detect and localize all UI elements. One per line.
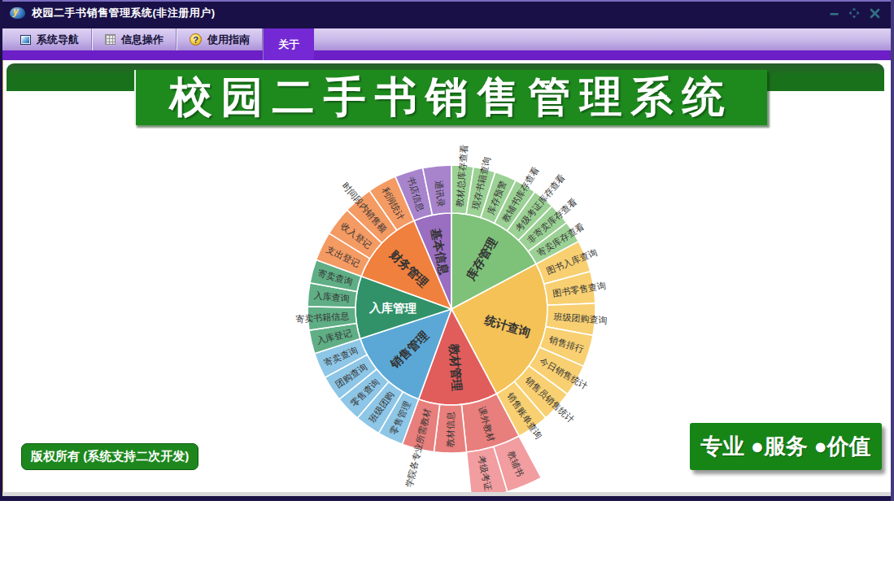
minimize-button[interactable]: [827, 7, 840, 20]
tab-information-operations[interactable]: 信息操作: [92, 28, 177, 50]
tab-user-guide[interactable]: ? 使用指南: [177, 28, 263, 50]
restore-button[interactable]: [848, 7, 861, 20]
banner-title-box: 校园二手书销售管理系统: [134, 70, 767, 125]
slogan-badge: 专业 ●服务 ●价值: [690, 423, 882, 470]
main-content: 校园二手书销售管理系统 书店信息通讯录基本信息教材总库存查看现存书籍查询库存预警…: [2, 60, 891, 492]
minimize-icon: [829, 8, 839, 19]
tab-label: 使用指南: [207, 33, 250, 47]
tab-label: 信息操作: [121, 33, 164, 47]
page-title: 校园二手书销售管理系统: [170, 69, 734, 126]
window-bottom-frame: [2, 492, 891, 501]
window-title: 校园二手书销售管理系统(非注册用户): [32, 6, 216, 20]
window-controls: [827, 7, 881, 20]
close-button[interactable]: [868, 7, 881, 20]
copyright-badge: 版权所有 (系统支持二次开发): [21, 443, 198, 470]
app-logo-letter: y: [13, 6, 19, 17]
titlebar: y 校园二手书销售管理系统(非注册用户): [2, 0, 891, 24]
grid-icon: [105, 34, 116, 45]
app-logo-icon: y: [10, 7, 25, 19]
restore-icon: [848, 7, 860, 19]
help-icon: ?: [190, 33, 202, 46]
tab-about[interactable]: 关于: [263, 28, 314, 60]
toolbar: 系统导航 信息操作 ? 使用指南 关于: [2, 24, 891, 50]
app-window: y 校园二手书销售管理系统(非注册用户) 系统导航 信息操: [0, 0, 894, 501]
monitor-icon: [20, 35, 31, 45]
help-glyph: ?: [193, 35, 198, 45]
close-icon: [870, 8, 880, 19]
tab-system-navigation[interactable]: 系统导航: [8, 28, 92, 50]
sunburst-label: 入库管理: [369, 301, 417, 315]
menu-band: [2, 50, 891, 60]
sunburst-label: 教材信息: [445, 412, 455, 447]
tab-label: 关于: [278, 37, 299, 52]
tab-label: 系统导航: [37, 33, 79, 47]
